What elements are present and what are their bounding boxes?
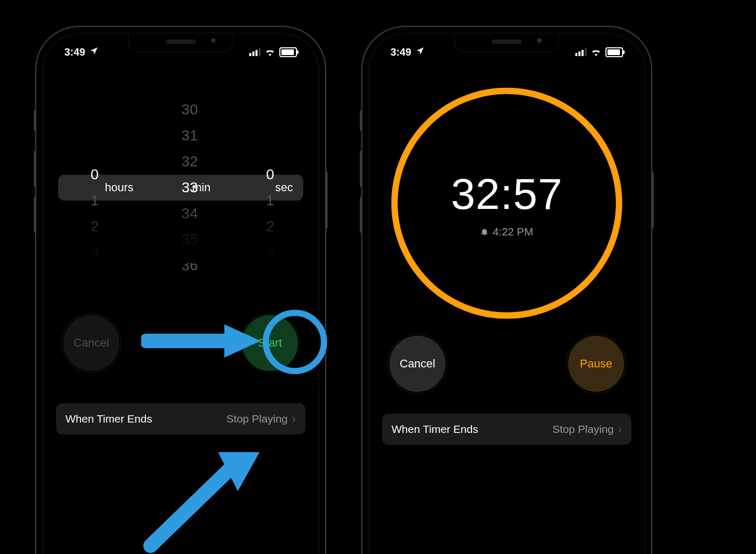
- cellular-icon: [575, 48, 587, 56]
- setting-value: Stop Playing: [226, 413, 288, 425]
- phone-volume-down: [360, 196, 362, 233]
- battery-icon: [605, 47, 623, 57]
- start-button[interactable]: Start: [242, 315, 298, 371]
- when-timer-ends-row[interactable]: When Timer Ends Stop Playing ›: [56, 403, 305, 434]
- status-time: 3:49: [64, 46, 85, 58]
- phone-mockup-timer-running: 3:49 32:57: [361, 26, 652, 554]
- battery-icon: [279, 47, 297, 57]
- time-picker[interactable]: 0 1 2 3 30 31 32 33 34 35 36 0 1 2: [58, 112, 303, 263]
- cancel-button: Cancel: [63, 315, 119, 371]
- chevron-right-icon: ›: [618, 423, 622, 436]
- countdown-time: 32:57: [451, 169, 562, 219]
- setting-label: When Timer Ends: [65, 413, 152, 425]
- pause-button[interactable]: Pause: [568, 336, 624, 392]
- when-timer-ends-row[interactable]: When Timer Ends Stop Playing ›: [382, 414, 631, 445]
- phone-power-button: [325, 172, 328, 229]
- phone-volume-up: [34, 151, 36, 187]
- seconds-unit-label: sec: [275, 181, 293, 194]
- chevron-right-icon: ›: [292, 413, 296, 425]
- countdown-end-time: 4:22 PM: [493, 226, 533, 238]
- cellular-icon: [249, 48, 261, 56]
- phone-mockup-timer-setup: 3:49 0 1 2 3: [35, 26, 326, 554]
- action-buttons-row: Cancel Pause: [370, 336, 644, 392]
- phone-volume-down: [34, 196, 36, 233]
- setting-value: Stop Playing: [552, 423, 614, 436]
- location-icon: [415, 46, 425, 58]
- location-icon: [89, 46, 99, 58]
- bell-icon: [480, 228, 489, 236]
- minutes-wheel[interactable]: 30 31 32 33 34 35 36: [149, 112, 227, 263]
- wifi-icon: [590, 48, 602, 56]
- status-bar: 3:49: [370, 39, 644, 64]
- phone-mute-switch: [360, 110, 362, 131]
- cancel-button[interactable]: Cancel: [389, 336, 446, 392]
- countdown-ring: 32:57 4:22 PM: [385, 81, 629, 325]
- status-time: 3:49: [390, 46, 411, 58]
- minutes-unit-label: min: [192, 181, 210, 194]
- phone-mute-switch: [34, 110, 36, 131]
- wifi-icon: [264, 48, 276, 56]
- phone-power-button: [651, 172, 654, 229]
- hours-unit-label: hours: [105, 181, 133, 194]
- action-buttons-row: Cancel Start: [44, 315, 318, 371]
- phone-volume-up: [360, 151, 362, 187]
- setting-label: When Timer Ends: [392, 423, 478, 436]
- status-bar: 3:49: [44, 39, 318, 64]
